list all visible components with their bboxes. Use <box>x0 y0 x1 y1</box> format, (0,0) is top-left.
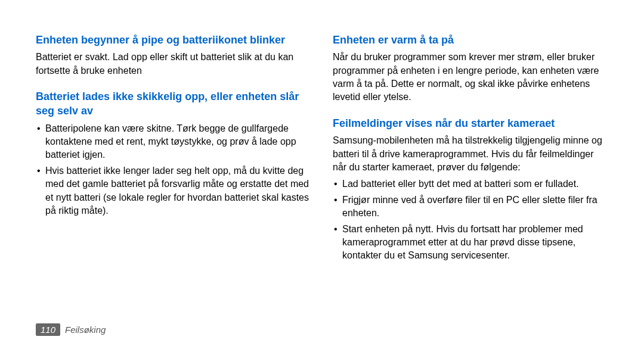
section-camera-error: Feilmeldinger vises når du starter kamer… <box>333 116 608 263</box>
list-item: Batteripolene kan være skitne. Tørk begg… <box>36 122 311 162</box>
section-battery-charge: Batteriet lades ikke skikkelig opp, elle… <box>36 89 311 217</box>
list-item: Hvis batteriet ikke lenger lader seg hel… <box>36 164 311 218</box>
list-item: Lad batteriet eller bytt det med at batt… <box>333 177 608 191</box>
list-item: Frigjør minne ved å overføre filer til e… <box>333 194 608 220</box>
heading-warm: Enheten er varm å ta på <box>333 33 608 47</box>
page-number: 110 <box>36 323 60 336</box>
section-warm: Enheten er varm å ta på Når du bruker pr… <box>333 33 608 104</box>
body-camera-error: Samsung-mobilenheten må ha tilstrekkelig… <box>333 134 608 174</box>
list-item: Start enheten på nytt. Hvis du fortsatt … <box>333 223 608 263</box>
body-warm: Når du bruker programmer som krever mer … <box>333 51 608 104</box>
page-footer: 110 Feilsøking <box>36 323 106 336</box>
heading-beep-blink: Enheten begynner å pipe og batteriikonet… <box>36 33 311 47</box>
section-beep-blink: Enheten begynner å pipe og batteriikonet… <box>36 33 311 77</box>
bullet-list-battery: Batteripolene kan være skitne. Tørk begg… <box>36 122 311 218</box>
bullet-list-camera: Lad batteriet eller bytt det med at batt… <box>333 177 608 262</box>
page-section-label: Feilsøking <box>65 325 106 335</box>
left-column: Enheten begynner å pipe og batteriikonet… <box>36 33 311 275</box>
body-beep-blink: Batteriet er svakt. Lad opp eller skift … <box>36 51 311 77</box>
heading-battery-charge: Batteriet lades ikke skikkelig opp, elle… <box>36 89 311 119</box>
right-column: Enheten er varm å ta på Når du bruker pr… <box>333 33 608 275</box>
content-area: Enheten begynner å pipe og batteriikonet… <box>36 33 608 275</box>
heading-camera-error: Feilmeldinger vises når du starter kamer… <box>333 116 608 130</box>
